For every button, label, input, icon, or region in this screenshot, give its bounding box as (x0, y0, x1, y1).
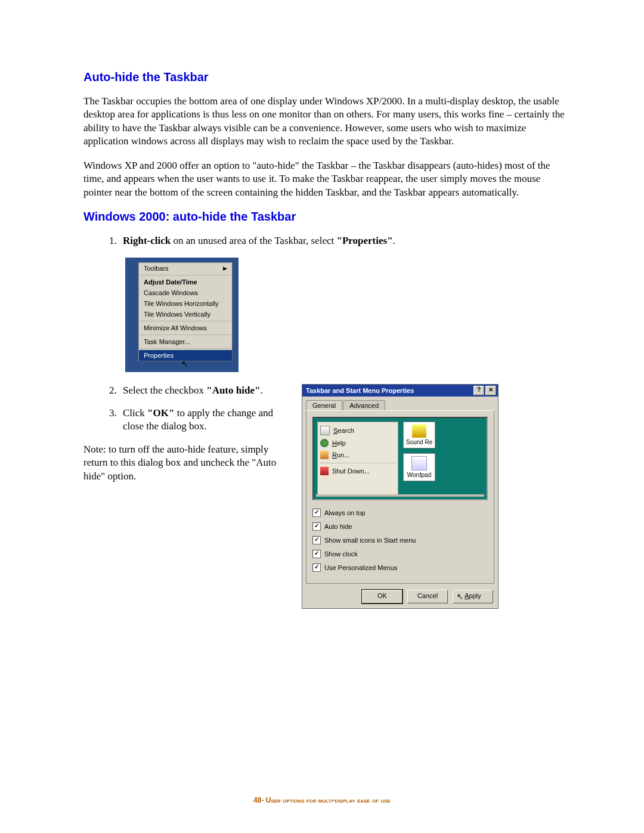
step1-text1: on an unused area of the Taskbar, select (171, 235, 336, 246)
apply-label: pply (469, 592, 481, 599)
menu-tilev-label: Tile Windows Vertically (144, 311, 210, 318)
checkbox-icon: ✓ (312, 550, 321, 558)
menu-tile-horizontal[interactable]: Tile Windows Horizontally (139, 298, 232, 309)
checkbox-icon: ✓ (312, 563, 321, 572)
checkbox-icon: ✓ (312, 509, 321, 517)
search-icon (320, 426, 330, 435)
step-list: Right-click on an unused area of the Tas… (83, 234, 566, 247)
tab-general[interactable]: General (306, 400, 342, 410)
dialog-title: Taskbar and Start Menu Properties (306, 387, 414, 394)
step1-bold1: Right-click (123, 235, 171, 246)
titlebar-buttons: ? ✕ (473, 386, 496, 395)
two-column-row: Select the checkbox "Auto hide". Click "… (83, 384, 566, 609)
checkbox-show-clock[interactable]: ✓Show clock (312, 550, 488, 558)
run-icon (320, 451, 329, 459)
checkbox-small-icons[interactable]: ✓Show small icons in Start menu (312, 536, 488, 544)
sound-recorder-label: Sound Re (406, 439, 432, 445)
start-shutdown: Shut Down... (320, 463, 395, 475)
checkbox-personalized-menus[interactable]: ✓Use Personalized Menus (312, 563, 488, 572)
menu-task-label: Task Manager... (144, 338, 190, 345)
menu-minimize-all[interactable]: Minimize All Windows (139, 323, 232, 333)
figure-taskbar-properties-dialog: Taskbar and Start Menu Properties ? ✕ Ge… (302, 384, 499, 609)
step3-bold: "OK" (147, 407, 174, 419)
menu-adjust-date[interactable]: Adjust Date/Time (139, 277, 232, 287)
step1-bold2: "Properties" (337, 235, 393, 246)
step2-text1: Select the checkbox (123, 385, 206, 396)
step-list-cont: Select the checkbox "Auto hide". Click "… (83, 384, 292, 433)
step2-bold: "Auto hide" (206, 385, 260, 396)
checkbox-label: Always on top (324, 509, 365, 516)
taskbar-preview: Search Help Run... Shut Down... Sound Re… (312, 417, 488, 500)
start-search-label: earch (338, 427, 354, 434)
dialog-tabs: General Advanced (302, 397, 498, 410)
heading-win2000: Windows 2000: auto-hide the Taskbar (83, 210, 566, 224)
left-column: Select the checkbox "Auto hide". Click "… (83, 384, 299, 494)
menu-min-label: Minimize All Windows (144, 324, 207, 332)
desktop-wordpad: Wordpad (403, 453, 435, 481)
dialog-titlebar: Taskbar and Start Menu Properties ? ✕ (302, 385, 498, 397)
dialog-buttons: OK Cancel ↖ Apply (302, 587, 498, 608)
checkbox-icon: ✓ (312, 536, 321, 544)
note-paragraph: Note: to turn off the auto-hide feature,… (83, 443, 292, 483)
checkbox-label: Auto hide (324, 523, 352, 530)
taskbar-preview-bar (316, 494, 484, 497)
tab-advanced[interactable]: Advanced (343, 400, 385, 410)
close-button-icon[interactable]: ✕ (485, 386, 496, 395)
start-run: Run... (320, 451, 395, 459)
cursor-icon: ↖ (457, 591, 463, 602)
checkbox-label: Show small icons in Start menu (324, 537, 416, 544)
menu-cascade[interactable]: Cascade Windows (139, 287, 232, 298)
cursor-icon: ↖ (181, 359, 233, 368)
paragraph-1: The Taskbar occupies the bottom area of … (83, 95, 566, 148)
menu-cascade-label: Cascade Windows (144, 289, 198, 296)
step-3: Click "OK" to apply the change and close… (119, 407, 292, 433)
menu-tile-vertical[interactable]: Tile Windows Vertically (139, 309, 232, 320)
menu-adjust-label: Adjust Date/Time (144, 278, 197, 286)
step2-text2: . (260, 385, 262, 396)
start-menu-preview: Search Help Run... Shut Down... (317, 422, 398, 496)
start-help-label: elp (337, 439, 346, 447)
menu-separator (140, 321, 231, 321)
wordpad-icon (411, 456, 427, 470)
checkbox-group: ✓Always on top ✓Auto hide ✓Show small ic… (312, 509, 488, 572)
shutdown-icon (320, 467, 329, 475)
help-button-icon[interactable]: ? (473, 386, 484, 395)
checkbox-label: Use Personalized Menus (324, 564, 397, 571)
context-menu: Toolbars ▶ Adjust Date/Time Cascade Wind… (138, 262, 233, 361)
ok-button[interactable]: OK (362, 590, 402, 603)
heading-autohide: Auto-hide the Taskbar (83, 70, 566, 84)
menu-tileh-label: Tile Windows Horizontally (144, 300, 219, 307)
menu-separator (140, 275, 231, 275)
step3-text1: Click (123, 407, 147, 419)
menu-props-label: Properties (144, 352, 174, 359)
submenu-arrow-icon: ▶ (223, 265, 227, 271)
taskbar-context-menu: Toolbars ▶ Adjust Date/Time Cascade Wind… (125, 258, 239, 372)
start-run-label: un... (337, 451, 349, 459)
menu-toolbars-label: Toolbars (144, 265, 169, 272)
footer-page-number: 48- (253, 796, 266, 804)
page-footer: 48- User options for multi-display ease … (0, 796, 644, 804)
start-search: Search (320, 426, 395, 435)
document-page: Auto-hide the Taskbar The Taskbar occupi… (0, 0, 644, 833)
desktop-icons-preview: Sound Re Wordpad (403, 422, 435, 496)
figure-context-menu: Toolbars ▶ Adjust Date/Time Cascade Wind… (125, 258, 566, 372)
step1-text2: . (393, 235, 395, 246)
cancel-button[interactable]: Cancel (407, 590, 448, 603)
start-shutdown-label: Shut Down... (332, 467, 370, 475)
menu-toolbars[interactable]: Toolbars ▶ (139, 263, 232, 274)
menu-task-manager[interactable]: Task Manager... (139, 336, 232, 347)
desktop-sound-recorder: Sound Re (403, 422, 435, 448)
wordpad-label: Wordpad (407, 472, 431, 478)
paragraph-2: Windows XP and 2000 offer an option to "… (83, 159, 566, 199)
checkbox-always-on-top[interactable]: ✓Always on top (312, 509, 488, 517)
step-2: Select the checkbox "Auto hide". (119, 384, 292, 397)
apply-button[interactable]: ↖ Apply (453, 590, 493, 603)
step-1: Right-click on an unused area of the Tas… (119, 234, 566, 247)
sound-recorder-icon (412, 425, 426, 438)
help-icon (320, 439, 329, 447)
menu-separator (140, 335, 231, 335)
dialog-panel: Search Help Run... Shut Down... Sound Re… (306, 410, 494, 584)
checkbox-auto-hide[interactable]: ✓Auto hide (312, 522, 488, 531)
start-help: Help (320, 439, 395, 447)
checkbox-label: Show clock (324, 550, 358, 558)
